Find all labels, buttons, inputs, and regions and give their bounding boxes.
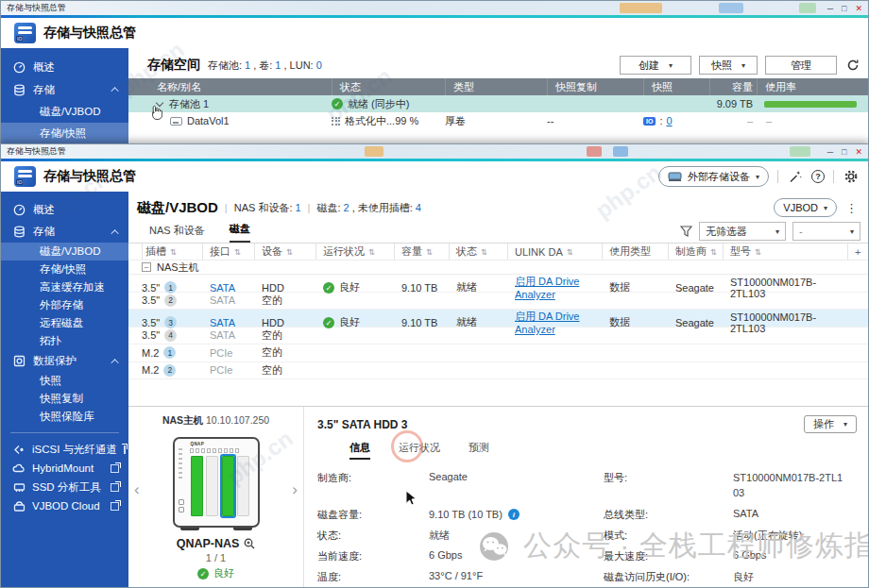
cloud-icon <box>12 463 26 474</box>
app-title: 存储与快照总管 <box>43 168 136 185</box>
slot-number-badge: 1 <box>163 346 176 359</box>
external-link-icon <box>124 445 126 454</box>
nas-name: QNAP-NAS <box>177 537 240 550</box>
tab-nas-and-devices[interactable]: NAS 和设备 <box>149 224 205 243</box>
carousel-next-icon[interactable]: › <box>292 480 298 499</box>
minimize-icon[interactable]: ─ <box>827 147 833 157</box>
maximize-icon[interactable]: □ <box>842 147 846 157</box>
table-group-row[interactable]: – NAS主机 <box>128 260 868 275</box>
cloud-box-icon <box>12 501 26 512</box>
sidebar-group-storage[interactable]: 存储 <box>1 221 128 243</box>
filter-secondary-select[interactable]: -▾ <box>792 222 860 241</box>
sidebar-item-snapshot-vault[interactable]: 快照保险库 <box>1 408 128 426</box>
sidebar-item-external-storage[interactable]: 外部存储 <box>1 296 128 314</box>
volume-icon <box>170 117 182 126</box>
nas-ip: 10.10.107.250 <box>206 414 269 426</box>
window-titlebar[interactable]: 存储与快照总管 ─ □ ✕ <box>1 144 868 159</box>
desktop-blob <box>613 146 628 157</box>
snapshot-button[interactable]: 快照▾ <box>699 56 758 75</box>
sidebar-item-storage-snapshots[interactable]: 存储/快照 <box>1 123 128 143</box>
nas-front-image[interactable]: QNAP <box>173 437 260 528</box>
gear-icon[interactable] <box>843 169 859 185</box>
vjbod-button[interactable]: VJBOD ▾ <box>774 198 837 217</box>
sidebar-item-remote-disk[interactable]: 远程磁盘 <box>1 314 128 332</box>
disc-box-icon <box>12 355 26 367</box>
table-row-m2-2[interactable]: M.22 PCIe 空的 <box>128 362 868 380</box>
tab-disks[interactable]: 磁盘 <box>230 222 250 243</box>
tab-health[interactable]: 运行状况 <box>399 441 440 460</box>
minimize-icon[interactable]: ─ <box>827 4 833 13</box>
sidebar-item-hybridmount[interactable]: HybridMount <box>1 459 128 478</box>
funnel-icon <box>680 226 692 237</box>
sidebar-item-cache-acceleration[interactable]: 高速缓存加速 <box>1 278 128 296</box>
chevron-down-icon: ▾ <box>741 61 745 70</box>
sidebar-item-iscsi[interactable]: iSCSI 与光纤通道 <box>1 440 128 459</box>
check-icon: ✓ <box>197 568 209 580</box>
nas-count: 1 / 1 <box>128 552 303 563</box>
close-icon[interactable]: ✕ <box>855 4 862 13</box>
table-row-slot3[interactable]: 3.5"3 SATA HDD ✓良好 9.10 TB 就绪 启用 DA Driv… <box>128 310 868 328</box>
sidebar-item-overview[interactable]: 概述 <box>1 199 128 221</box>
table-row-slot4[interactable]: 3.5"4 SATA 空的 <box>128 328 868 345</box>
snapshot-count-link[interactable]: 0 <box>666 115 672 126</box>
desktop-blob <box>620 3 662 13</box>
sidebar-item-topology[interactable]: 拓扑 <box>1 332 128 350</box>
disk-info-fields: 制造商:Seagate 型号:ST10000NM017B-2TL103 磁盘容量… <box>317 471 857 587</box>
sidebar-item-disks-vjbod[interactable]: 磁盘/VJBOD <box>1 243 128 260</box>
wand-icon[interactable] <box>787 169 803 185</box>
action-button[interactable]: 操作 ▾ <box>804 415 857 433</box>
table-header: 名称/别名状态 类型快照复制 快照容量 使用率 <box>128 78 868 95</box>
drive-bay-4[interactable] <box>237 456 249 516</box>
help-icon[interactable]: ? <box>811 170 825 183</box>
table-row-m2-1[interactable]: M.21 PCIe 空的 <box>128 344 868 362</box>
chevron-down-icon[interactable] <box>156 99 163 107</box>
snapshot-badge-icon: IO <box>643 117 656 126</box>
chevron-down-icon: ▾ <box>669 61 673 70</box>
sidebar-item-vjbod-cloud[interactable]: VJBOD Cloud <box>1 496 128 515</box>
chevron-up-icon <box>111 229 118 237</box>
sidebar-group-storage[interactable]: 存储 <box>1 78 128 101</box>
table-row-slot2[interactable]: 3.5"2 SATA 空的 <box>128 293 868 311</box>
table-row-volume[interactable]: DataVol1 格式化中...99 % 厚卷 -- IO:0 – – <box>128 112 868 129</box>
create-button[interactable]: 创建▾ <box>620 56 691 75</box>
sidebar-item-snapshot-replica[interactable]: 快照复制 <box>1 390 128 408</box>
add-column-button[interactable]: + <box>847 244 868 260</box>
chevron-down-icon: ▾ <box>775 227 779 236</box>
filter-select[interactable]: 无筛选器▾ <box>699 222 786 241</box>
tab-prediction[interactable]: 预测 <box>469 441 489 460</box>
info-icon[interactable]: i <box>508 509 520 520</box>
sidebar-item-storage-snapshots[interactable]: 存储/快照 <box>1 260 128 278</box>
drive-bay-1[interactable] <box>191 456 203 516</box>
storage-snapshots-window-front: 存储与快照总管 ─ □ ✕ IO 存储与快照总管 外部存储设备 ▾ ? <box>0 143 869 588</box>
sidebar-item-snapshot[interactable]: 快照 <box>1 372 128 390</box>
sidebar: 概述 存储 磁盘/VJBOD 存储/快照 高速缓存加速 <box>1 48 128 143</box>
maximize-icon[interactable]: □ <box>842 4 846 13</box>
sidebar-item-ssd-profiling[interactable]: SSD 分析工具 <box>1 478 128 496</box>
sort-icon: ⇅ <box>170 247 177 257</box>
close-icon[interactable]: ✕ <box>855 147 862 157</box>
desktop-blob <box>587 146 602 157</box>
drive-bay-2[interactable] <box>206 456 218 516</box>
collapse-icon[interactable]: – <box>142 262 151 272</box>
page-meta: 存储池:1 , 卷:1 , LUN:0 <box>208 59 322 73</box>
drive-bay-3[interactable] <box>222 456 234 516</box>
window-title: 存储与快照总管 <box>7 2 66 14</box>
zoom-icon[interactable] <box>244 538 255 549</box>
page-title: 磁盘/VJBOD <box>137 199 218 217</box>
table-row-pool[interactable]: 存储池 1 ✓就绪 (同步中) 9.09 TB <box>128 95 868 112</box>
sidebar-item-overview[interactable]: 概述 <box>1 56 128 78</box>
table-row-slot1[interactable]: 3.5"1 SATA HDD ✓良好 9.10 TB 就绪 启用 DA Driv… <box>128 275 868 293</box>
kebab-menu-icon[interactable]: ⋮ <box>843 201 860 215</box>
manage-button[interactable]: 管理 <box>765 56 837 75</box>
desktop-blob <box>799 3 816 13</box>
external-link-icon <box>111 502 119 511</box>
carousel-prev-icon[interactable]: ‹ <box>134 480 140 499</box>
usage-bar <box>764 101 857 108</box>
window-titlebar[interactable]: 存储与快照总管 ─ □ ✕ <box>1 1 868 15</box>
sidebar-group-data-protection[interactable]: 数据保护 <box>1 350 128 372</box>
external-storage-device-button[interactable]: 外部存储设备 ▾ <box>658 166 769 187</box>
tab-info[interactable]: 信息 <box>349 441 370 460</box>
refresh-icon[interactable] <box>844 58 860 74</box>
desktop-blob <box>365 146 383 157</box>
sidebar-item-disks-vjbod[interactable]: 磁盘/VJBOD <box>1 101 128 123</box>
